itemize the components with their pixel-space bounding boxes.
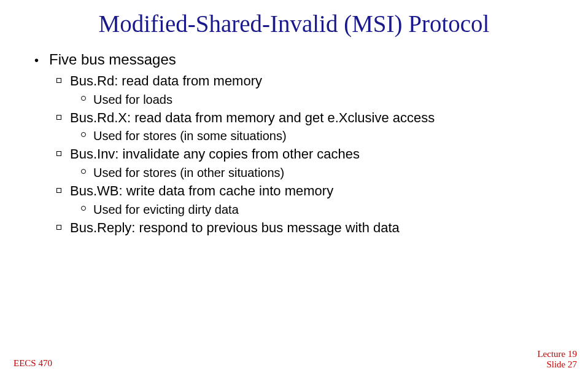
bullet-level1-text: Five bus messages xyxy=(49,51,176,68)
bullet-level3: Used for stores (in other situations) xyxy=(70,165,588,181)
bullet-level2: Bus.Rd: read data from memory Used for l… xyxy=(49,72,588,108)
slide: Modified-Shared-Invalid (MSI) Protocol F… xyxy=(0,0,588,376)
bullet-level2-text: Bus.Rd.X: read data from memory and get … xyxy=(70,110,435,125)
footer-left: EECS 470 xyxy=(14,358,52,369)
bullet-level3-text: Used for loads xyxy=(93,93,172,106)
bullet-level3-text: Used for stores (in other situations) xyxy=(93,166,284,179)
bullet-level3-text: Used for evicting dirty data xyxy=(93,203,239,216)
bullet-level2-text: Bus.Rd: read data from memory xyxy=(70,73,262,88)
bullet-level3: Used for loads xyxy=(70,92,588,108)
bullet-level2: Bus.WB: write data from cache into memor… xyxy=(49,182,588,217)
bullet-level2-text: Bus.Reply: respond to previous bus messa… xyxy=(70,220,400,235)
footer-right: Lecture 19 Slide 27 xyxy=(537,349,577,370)
bullet-level3: Used for stores (in some situations) xyxy=(70,128,588,144)
slide-title: Modified-Shared-Invalid (MSI) Protocol xyxy=(0,0,588,41)
bullet-level2: Bus.Rd.X: read data from memory and get … xyxy=(49,109,588,144)
bullet-level3-text: Used for stores (in some situations) xyxy=(93,129,287,143)
bullet-level2: Bus.Reply: respond to previous bus messa… xyxy=(49,219,588,237)
footer-lecture: Lecture 19 xyxy=(537,349,577,359)
footer-slide-number: Slide 27 xyxy=(537,359,577,370)
bullet-level3: Used for evicting dirty data xyxy=(70,202,588,217)
bullet-level2-text: Bus.WB: write data from cache into memor… xyxy=(70,183,333,198)
slide-content: Five bus messages Bus.Rd: read data from… xyxy=(0,41,588,237)
bullet-level1: Five bus messages Bus.Rd: read data from… xyxy=(34,51,588,237)
bullet-level2: Bus.Inv: invalidate any copies from othe… xyxy=(49,145,588,181)
bullet-level2-text: Bus.Inv: invalidate any copies from othe… xyxy=(70,146,360,162)
